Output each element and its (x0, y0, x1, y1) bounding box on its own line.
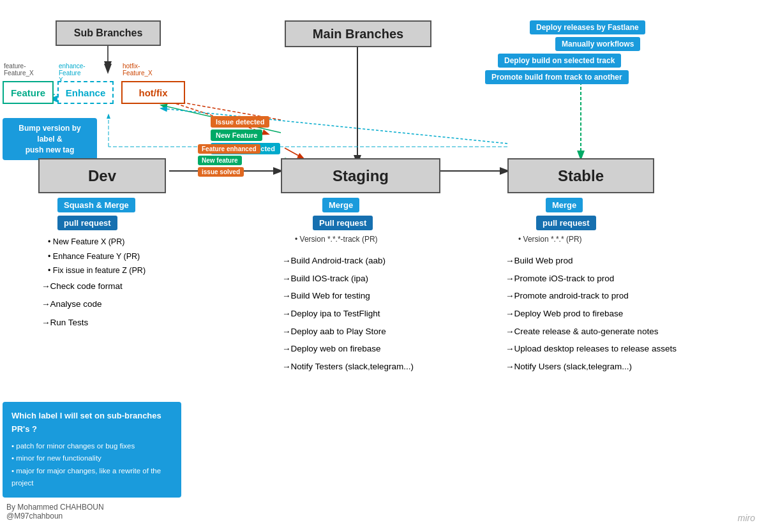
hotfix-box: hot/fix (121, 81, 185, 104)
pull-request-dev-badge: pull request (57, 216, 117, 230)
staging-pr-label: • Version *.*.*-track (PR) (295, 235, 378, 244)
feature-box: Feature (3, 81, 54, 104)
dev-box: Dev (38, 158, 166, 193)
promote-build-badge: Promote build from track to another (485, 70, 629, 84)
merge-stable-badge: Merge (546, 198, 583, 212)
stable-box: Stable (507, 158, 654, 193)
info-box: Which label I will set on sub-branches P… (3, 402, 181, 498)
issue-solved-badge: issue solved (198, 167, 244, 177)
diagram-container: Sub Branches Main Branches feature-Featu… (0, 0, 764, 532)
stable-pr-label: • Version *.*.* (PR) (518, 235, 582, 244)
dev-pr-items: • New Feature X (PR) • Enhance Feature Y… (48, 235, 146, 278)
merge-staging-badge: Merge (322, 198, 359, 212)
hotfix-label: hotfix-Feature_X (123, 63, 153, 77)
main-branches-box: Main Branches (285, 20, 431, 47)
feature-enhanced-badge: Feature enhanced (198, 144, 260, 154)
feature-label: feature-Feature_X (4, 63, 34, 77)
new-feature2-badge: New feature (198, 156, 242, 165)
miro-label: miro (738, 513, 755, 523)
bump-version-box: Bump version by label & push new tag (3, 118, 97, 160)
sub-branches-box: Sub Branches (56, 20, 161, 46)
pull-request-staging-badge: Pull request (313, 216, 373, 230)
dev-list: →Check code format →Analyse code →Run Te… (41, 277, 123, 332)
staging-list: →Build Android-track (aab) →Build IOS-tr… (282, 252, 414, 376)
issue-detected-badge: Issue detected (211, 116, 269, 128)
deploy-fastlane-badge: Deploy releases by Fastlane (530, 20, 645, 34)
stable-list: →Build Web prod →Promote iOS-track to pr… (506, 252, 677, 376)
footer: By Mohammed CHAHBOUN @M97chahboun (6, 503, 104, 521)
enhance-box: Enhance (57, 81, 114, 104)
svg-line-13 (285, 148, 303, 158)
squash-merge-badge: Squash & Merge (57, 198, 135, 212)
new-feature-badge: New Feature (211, 129, 262, 141)
staging-box: Staging (281, 158, 440, 193)
pull-request-stable-badge: pull request (536, 216, 596, 230)
deploy-build-badge: Deploy build on selected track (498, 54, 621, 68)
manually-workflows-badge: Manually workflows (555, 37, 640, 51)
